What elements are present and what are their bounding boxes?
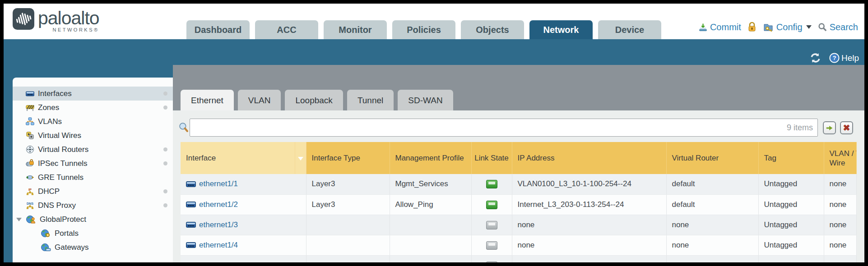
- sidebar-item-virtual-routers[interactable]: Virtual Routers: [13, 142, 173, 156]
- table-row[interactable]: ethernet1/5 none none Untagged none: [181, 255, 857, 262]
- paloalto-logo-icon: [13, 8, 34, 30]
- column-header-link-state[interactable]: Link State: [471, 142, 512, 174]
- vlans-icon: [26, 117, 34, 126]
- help-button[interactable]: Help: [829, 53, 859, 63]
- sort-dropdown-button[interactable]: [295, 142, 306, 174]
- refresh-icon[interactable]: [810, 52, 821, 64]
- interface-link[interactable]: ethernet1/2: [199, 200, 238, 209]
- zones-icon: [26, 103, 34, 112]
- tab-vlan[interactable]: VLAN: [238, 90, 281, 110]
- green-arrow-icon: [826, 124, 834, 132]
- tab-acc[interactable]: ACC: [255, 20, 318, 39]
- interface-link[interactable]: ethernet1/1: [199, 179, 238, 188]
- table-header-row: Interface Interface Type Management Prof…: [181, 142, 857, 174]
- commit-button[interactable]: Commit: [699, 22, 741, 32]
- config-icon: [763, 22, 774, 32]
- gateways-icon: [41, 243, 51, 252]
- screenshot-frame: paloalto NETWORKS® Dashboard ACC Monitor…: [0, 0, 868, 266]
- interface-link[interactable]: ethernet1/3: [199, 220, 238, 229]
- sidebar: Interfaces Zones VLANs Virtual Wi: [13, 78, 173, 262]
- sidebar-item-label: IPSec Tunnels: [38, 159, 88, 168]
- sidebar-item-interfaces[interactable]: Interfaces: [13, 87, 173, 101]
- search-label: Search: [830, 22, 858, 32]
- brand-subtitle: NETWORKS®: [52, 27, 99, 32]
- item-count: 9 items: [787, 123, 813, 133]
- virtual-wires-icon: [26, 131, 34, 140]
- sidebar-item-dns-proxy[interactable]: DNS Proxy: [13, 198, 173, 212]
- sidebar-item-gateways[interactable]: Gateways: [13, 240, 173, 254]
- sidebar-item-portals[interactable]: Portals: [13, 226, 173, 240]
- link-state-icon: [486, 221, 497, 229]
- status-dot: [163, 203, 167, 207]
- sidebar-item-globalprotect[interactable]: GlobalProtect: [13, 212, 173, 226]
- virtual-routers-icon: [26, 145, 34, 154]
- column-header-ip-address[interactable]: IP Address: [512, 142, 666, 174]
- tab-network[interactable]: Network: [529, 20, 593, 39]
- paloalto-logo: paloalto NETWORKS®: [13, 8, 99, 32]
- commit-label: Commit: [710, 22, 741, 32]
- table-row[interactable]: ethernet1/4 none none Untagged none: [181, 235, 857, 255]
- sidebar-item-label: Virtual Routers: [38, 145, 88, 154]
- tab-device[interactable]: Device: [598, 20, 661, 39]
- tab-objects[interactable]: Objects: [461, 20, 524, 39]
- column-header-management-profile[interactable]: Management Profile: [390, 142, 471, 174]
- sidebar-item-virtual-wires[interactable]: Virtual Wires: [13, 128, 173, 142]
- sidebar-item-label: VLANs: [38, 117, 62, 126]
- link-state-icon: [486, 241, 497, 250]
- column-header-interface-type[interactable]: Interface Type: [306, 142, 390, 174]
- table-row[interactable]: ethernet1/1 Layer3 Mgmt_Services VLAN010…: [181, 174, 857, 194]
- dhcp-icon: [26, 187, 34, 196]
- sidebar-item-vlans[interactable]: VLANs: [13, 115, 173, 128]
- filter-input-wrap: 9 items: [190, 119, 818, 137]
- sidebar-item-label: GRE Tunnels: [38, 173, 84, 182]
- interface-type-tabs: Ethernet VLAN Loopback Tunnel SD-WAN: [181, 90, 457, 110]
- column-header-vlan-virtual-wire[interactable]: VLAN / Virtual Wire: [824, 142, 857, 174]
- status-dot: [163, 147, 167, 151]
- utility-bar: Help: [4, 39, 864, 65]
- sidebar-item-gre-tunnels[interactable]: GRE Tunnels: [13, 170, 173, 184]
- lock-icon[interactable]: [747, 22, 757, 32]
- portals-icon: [41, 229, 51, 238]
- sidebar-item-zones[interactable]: Zones: [13, 101, 173, 115]
- filter-input[interactable]: [195, 123, 787, 133]
- column-header-interface[interactable]: Interface: [181, 142, 295, 174]
- gre-tunnels-icon: [26, 173, 34, 182]
- interface-link[interactable]: ethernet1/4: [199, 241, 238, 250]
- column-header-virtual-router[interactable]: Virtual Router: [666, 142, 758, 174]
- sidebar-item-label: DNS Proxy: [38, 201, 76, 210]
- sidebar-item-dhcp[interactable]: DHCP: [13, 184, 173, 198]
- config-menu-button[interactable]: Config: [763, 22, 812, 32]
- link-state-icon: [486, 180, 497, 188]
- link-state-icon: [486, 201, 497, 209]
- interface-link[interactable]: ethernet1/5: [199, 261, 238, 263]
- apply-filter-button[interactable]: [823, 121, 836, 134]
- table-row[interactable]: ethernet1/2 Layer3 Allow_Ping Internet_L…: [181, 194, 857, 215]
- tab-loopback[interactable]: Loopback: [285, 90, 343, 110]
- sidebar-item-label: Portals: [55, 229, 79, 238]
- commit-icon: [699, 23, 707, 32]
- status-dot: [163, 92, 167, 96]
- status-dot: [163, 105, 167, 110]
- interfaces-icon: [26, 91, 34, 96]
- table-row[interactable]: ethernet1/3 none none Untagged none: [181, 215, 857, 235]
- tab-tunnel[interactable]: Tunnel: [347, 90, 394, 110]
- tab-sdwan[interactable]: SD-WAN: [398, 90, 453, 110]
- nic-icon: [186, 202, 196, 207]
- panos-app: paloalto NETWORKS® Dashboard ACC Monitor…: [4, 4, 864, 262]
- sidebar-item-ipsec-tunnels[interactable]: IPSec Tunnels: [13, 156, 173, 170]
- sidebar-item-label: Virtual Wires: [38, 131, 81, 140]
- tab-dashboard[interactable]: Dashboard: [186, 20, 250, 39]
- main-nav-tabs: Dashboard ACC Monitor Policies Objects N…: [186, 20, 667, 39]
- filter-row: 9 items ✖: [173, 110, 864, 140]
- main-content: Ethernet VLAN Loopback Tunnel SD-WAN 9 i…: [173, 65, 864, 262]
- nic-icon: [186, 242, 196, 248]
- nic-icon: [186, 181, 196, 187]
- tab-policies[interactable]: Policies: [392, 20, 455, 39]
- search-icon: [818, 23, 827, 32]
- expander-triangle-icon[interactable]: [16, 218, 22, 221]
- column-header-tag[interactable]: Tag: [758, 142, 824, 174]
- tab-monitor[interactable]: Monitor: [324, 20, 387, 39]
- clear-filter-button[interactable]: ✖: [840, 121, 853, 134]
- tab-ethernet[interactable]: Ethernet: [181, 90, 234, 110]
- search-button[interactable]: Search: [818, 22, 858, 32]
